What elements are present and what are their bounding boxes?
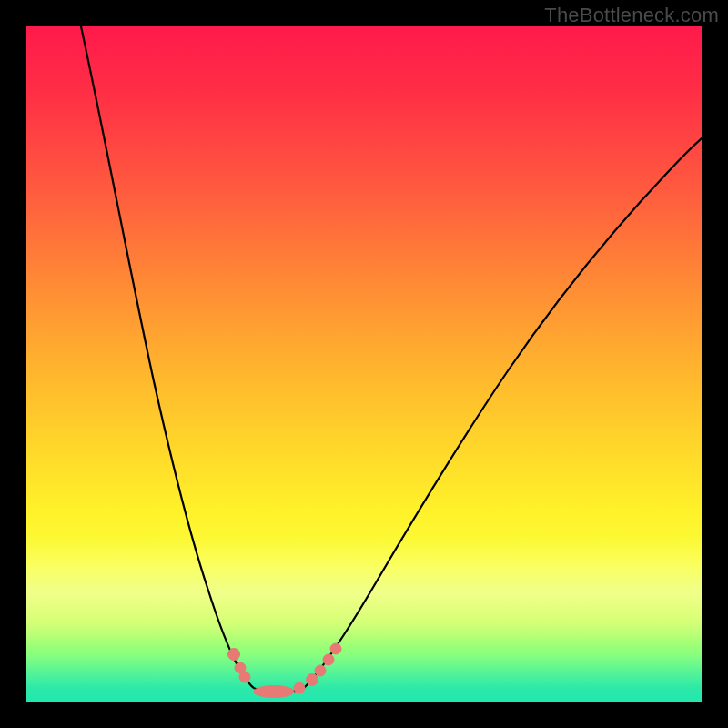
marker-dot (239, 672, 250, 682)
curve-group (81, 26, 702, 693)
marker-dot (307, 674, 318, 686)
plot-area (26, 26, 702, 702)
marker-group (228, 643, 342, 698)
marker-dot (315, 665, 326, 676)
watermark-text: TheBottleneck.com (544, 4, 719, 27)
marker-dot (323, 654, 334, 665)
chart-frame: TheBottleneck.com (0, 0, 728, 728)
marker-dot (330, 643, 341, 654)
curves-svg (26, 26, 702, 702)
curve-left (81, 26, 256, 689)
curve-right (305, 138, 702, 687)
marker-dot (254, 686, 294, 698)
marker-dot (294, 682, 305, 693)
marker-dot (228, 649, 240, 661)
